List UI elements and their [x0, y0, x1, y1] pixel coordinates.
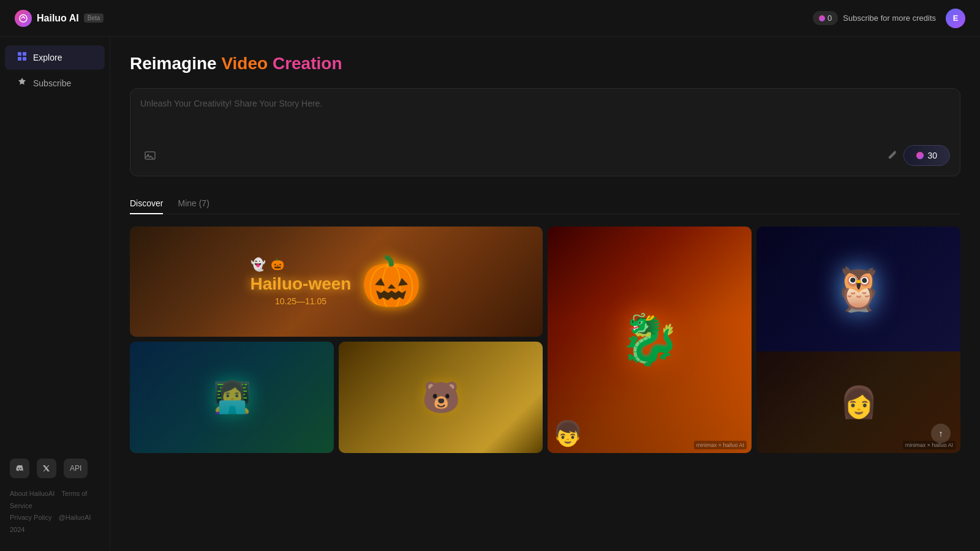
social-links: API [10, 459, 100, 478]
gallery-item-halloween[interactable]: 👻 🎃 Hailuo-ween 10.25—11.05 🎃 [130, 227, 543, 337]
svg-rect-1 [18, 52, 21, 56]
generate-button[interactable]: 30 [903, 145, 950, 166]
discord-button[interactable] [10, 459, 29, 478]
credits-count: 0 [827, 13, 832, 23]
gallery-watermark-dragon: minimax × hailuo AI [694, 441, 747, 449]
sidebar-item-explore[interactable]: Explore [5, 45, 105, 70]
prompt-left-actions [140, 146, 160, 165]
content-tabs: Discover Mine (7) [130, 193, 960, 214]
title-creation: Creation [273, 54, 342, 73]
header: Hailuo AI Beta 0 Subscribe for more cred… [0, 0, 980, 37]
page-title: Reimagine Video Creation [130, 54, 960, 73]
twitter-button[interactable] [37, 459, 56, 478]
subscribe-link[interactable]: Subscribe for more credits [843, 13, 936, 23]
logo-icon [15, 10, 32, 27]
gallery-item-tech[interactable]: 👩‍💻 [130, 342, 334, 453]
logo-text: Hailuo AI [37, 13, 79, 24]
halloween-date: 10.25—11.05 [251, 296, 352, 306]
gallery-grid: 👻 🎃 Hailuo-ween 10.25—11.05 🎃 [130, 227, 960, 453]
title-reimagine: Reimagine [130, 54, 217, 73]
grid-icon [17, 51, 27, 64]
svg-rect-5 [145, 152, 155, 159]
sidebar-explore-label: Explore [33, 53, 62, 62]
sidebar-bottom: API About HailuoAI Terms of Service Priv… [0, 451, 110, 544]
logo: Hailuo AI Beta [15, 10, 104, 27]
footer-about[interactable]: About HailuoAI [10, 490, 55, 497]
halloween-title: Hailuo-ween [251, 274, 352, 294]
generate-credits-count: 30 [927, 151, 937, 160]
prompt-input[interactable] [140, 99, 950, 135]
pen-icon[interactable] [888, 150, 897, 162]
app-body: Explore Subscribe [0, 37, 980, 551]
credits-area: 0 Subscribe for more credits [813, 11, 936, 25]
gallery-item-desert[interactable]: 🐻 [339, 342, 543, 453]
gem-icon [916, 152, 924, 159]
api-label: API [70, 464, 81, 473]
title-video: Video [221, 54, 268, 73]
tab-discover[interactable]: Discover [130, 193, 163, 214]
user-avatar[interactable]: E [946, 9, 965, 28]
credits-gem-icon [819, 15, 825, 21]
header-right: 0 Subscribe for more credits E [813, 9, 965, 28]
logo-beta-badge: Beta [84, 13, 104, 23]
credits-badge: 0 [813, 11, 838, 25]
sidebar: Explore Subscribe [0, 37, 110, 551]
prompt-right-actions: 30 [888, 145, 950, 166]
sidebar-nav: Explore Subscribe [0, 44, 110, 451]
svg-rect-4 [23, 57, 26, 61]
image-upload-button[interactable] [140, 146, 160, 165]
gallery-watermark-owl: minimax × hailuo AI [903, 441, 956, 449]
api-button[interactable]: API [64, 459, 88, 478]
main-content: Reimagine Video Creation [110, 37, 980, 551]
svg-point-0 [20, 15, 27, 22]
sidebar-item-subscribe[interactable]: Subscribe [5, 71, 105, 96]
tab-mine[interactable]: Mine (7) [178, 193, 209, 214]
prompt-footer: 30 [140, 145, 950, 166]
svg-rect-2 [23, 52, 26, 56]
footer-privacy[interactable]: Privacy Policy [10, 514, 51, 521]
sidebar-subscribe-label: Subscribe [33, 78, 71, 88]
gallery-item-owl[interactable]: 🦉 👩 minimax × hailuo AI ↑ [756, 227, 960, 453]
prompt-box: 30 [130, 88, 960, 176]
footer-links: About HailuoAI Terms of Service Privacy … [10, 488, 100, 536]
star-icon [17, 77, 27, 89]
svg-rect-3 [18, 57, 21, 61]
scroll-up-button[interactable]: ↑ [931, 424, 951, 443]
gallery-item-dragon[interactable]: 🐉 👦 minimax × hailuo AI [548, 227, 752, 453]
